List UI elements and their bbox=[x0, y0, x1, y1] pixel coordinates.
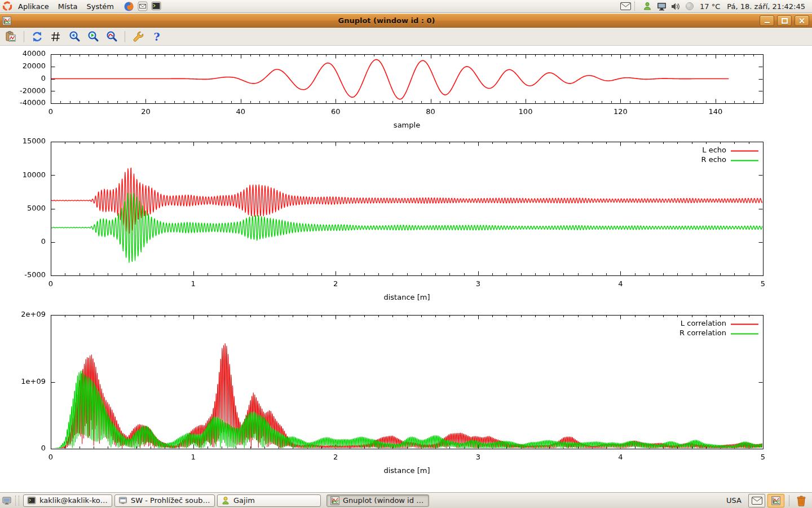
volume-icon bbox=[671, 2, 681, 11]
copy-plot-icon bbox=[5, 30, 17, 43]
tray-separator bbox=[634, 2, 638, 11]
toolbar-separator bbox=[125, 31, 125, 42]
taskbar-window-label: Gnuplot (window id : 0) bbox=[343, 496, 425, 505]
taskbar-window-button[interactable]: kaklik@kaklik-kolej-u... bbox=[23, 494, 112, 507]
firefox-launcher-button[interactable] bbox=[123, 0, 135, 12]
zoom-next-icon bbox=[87, 30, 99, 43]
firefox-icon bbox=[123, 1, 134, 12]
menu-mista[interactable]: Místa bbox=[54, 2, 82, 11]
taskbar-window-label: SW - Prohlížeč souborů bbox=[131, 496, 211, 505]
grid-button[interactable] bbox=[48, 29, 63, 44]
zoom-previous-button[interactable] bbox=[67, 29, 82, 44]
window-titlebar[interactable]: Gnuplot (window id : 0) bbox=[0, 14, 812, 28]
clock-applet[interactable]: Pá, 18. září, 21:42:45 bbox=[724, 2, 810, 11]
gajim-icon bbox=[221, 496, 230, 505]
zoom-previous-icon bbox=[68, 30, 81, 43]
gnuplot-plot-area[interactable] bbox=[0, 46, 812, 492]
show-desktop-button[interactable] bbox=[2, 496, 11, 505]
settings-icon bbox=[132, 30, 144, 43]
mail-notification-button[interactable] bbox=[748, 494, 765, 507]
taskbar-window-label: kaklik@kaklik-kolej-u... bbox=[39, 496, 108, 505]
menu-system[interactable]: Systém bbox=[82, 2, 118, 11]
desktop: { "panel": { "menus": ["Aplikace", "Míst… bbox=[0, 0, 812, 508]
terminal-launcher-launcher-button[interactable] bbox=[150, 0, 162, 12]
mail-launcher-launcher-button[interactable] bbox=[136, 0, 149, 12]
top-panel: AplikaceMístaSystém 17 °C Pá, 18. září, … bbox=[0, 0, 812, 13]
weather-icon bbox=[685, 2, 694, 11]
volume-tray-button[interactable] bbox=[669, 0, 682, 12]
gnuplot-tray-button[interactable] bbox=[767, 494, 784, 507]
taskbar-window-button[interactable]: SW - Prohlížeč souborů bbox=[114, 494, 215, 507]
toolbar-separator bbox=[24, 31, 24, 42]
maximize-icon bbox=[782, 18, 788, 24]
remote-desktop-tray-button[interactable] bbox=[655, 0, 668, 12]
maximize-button[interactable] bbox=[777, 15, 792, 26]
taskbar-separator bbox=[789, 495, 789, 506]
help-icon: ? bbox=[151, 30, 163, 43]
taskbar: kaklik@kaklik-kolej-u...SW - Prohlížeč s… bbox=[0, 492, 812, 508]
taskbar-window-button[interactable]: Gajim bbox=[217, 494, 321, 507]
file-manager-icon bbox=[118, 496, 127, 505]
remote-desktop-icon bbox=[657, 2, 667, 11]
keyboard-layout-indicator[interactable]: USA bbox=[722, 496, 746, 505]
refresh-button[interactable] bbox=[30, 29, 45, 44]
mail-launcher-icon bbox=[138, 1, 148, 11]
minimize-icon bbox=[765, 22, 770, 23]
close-icon bbox=[798, 15, 806, 26]
copy-plot-button[interactable] bbox=[3, 29, 18, 44]
refresh-icon bbox=[31, 30, 43, 43]
ubuntu-logo-icon[interactable] bbox=[2, 0, 12, 12]
user-switcher-tray-button[interactable] bbox=[641, 0, 654, 12]
menu-aplikace[interactable]: Aplikace bbox=[14, 2, 54, 11]
taskbar-window-label: Gajim bbox=[233, 496, 255, 505]
window-title: Gnuplot (window id : 0) bbox=[14, 16, 760, 25]
mail-tray-icon bbox=[620, 2, 631, 10]
window-list-handle[interactable] bbox=[15, 496, 19, 506]
settings-button[interactable] bbox=[131, 29, 145, 44]
svg-text:?: ? bbox=[153, 30, 160, 43]
help-button[interactable]: ? bbox=[149, 29, 164, 44]
gnuplot-window-icon bbox=[2, 16, 14, 26]
terminal-launcher-icon bbox=[151, 1, 161, 11]
mail-tray-tray-button[interactable] bbox=[619, 0, 632, 12]
grid-icon bbox=[50, 30, 62, 43]
close-button[interactable] bbox=[795, 15, 809, 26]
minimize-button[interactable] bbox=[760, 15, 774, 26]
unzoom-icon bbox=[105, 30, 118, 43]
weather-temperature[interactable]: 17 °C bbox=[697, 2, 723, 11]
gnuplot-icon bbox=[330, 496, 339, 505]
weather-tray-button[interactable] bbox=[683, 0, 696, 12]
terminal-icon bbox=[27, 496, 36, 505]
zoom-next-button[interactable] bbox=[86, 29, 100, 44]
unzoom-button[interactable] bbox=[104, 29, 119, 44]
trash-applet[interactable] bbox=[794, 494, 809, 507]
gnuplot-toolbar: ? bbox=[0, 28, 812, 46]
user-switcher-icon bbox=[643, 2, 652, 11]
taskbar-window-button[interactable]: Gnuplot (window id : 0) bbox=[326, 494, 429, 507]
